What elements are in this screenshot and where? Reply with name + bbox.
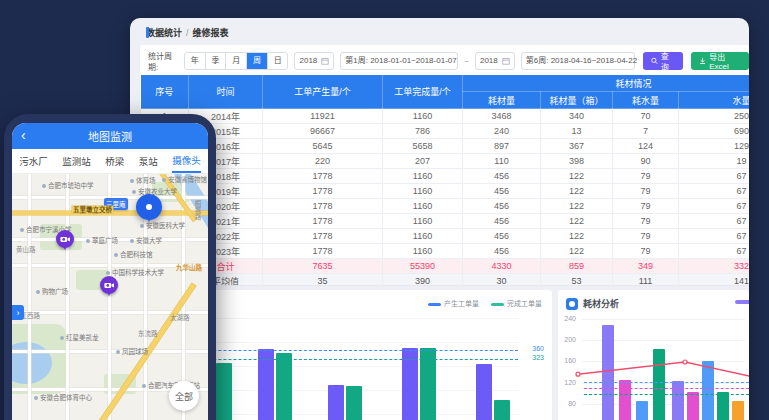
table-row: 22015年96667786240137690	[141, 124, 750, 139]
back-icon[interactable]: ‹	[21, 127, 26, 143]
period-option[interactable]: 月	[226, 53, 247, 69]
table-row: 52018年177811604561227967	[141, 169, 750, 184]
expand-icon[interactable]: ›	[12, 305, 24, 320]
table-cell: 110	[463, 154, 541, 169]
table-cell: 690	[679, 124, 750, 139]
table-cell: 53	[541, 274, 613, 286]
export-excel-button[interactable]: 导出Excel	[691, 52, 749, 70]
table-row: 平均值353903053111141	[141, 274, 750, 286]
report-table-body: 12014年11921116034683407025022015年9666778…	[141, 109, 750, 286]
table-row: 62019年177811604561227967	[141, 184, 750, 199]
material-bar[interactable]	[636, 401, 648, 420]
table-cell: 11921	[263, 109, 383, 124]
year-to-select[interactable]: 2018	[475, 52, 515, 70]
map-label: 翠庭广场	[86, 237, 118, 244]
material-bar[interactable]	[602, 325, 614, 420]
table-cell: 55390	[383, 259, 463, 274]
material-bar[interactable]	[672, 381, 684, 420]
workorder-bar[interactable]	[216, 363, 232, 420]
phone-title: 地图监测	[88, 128, 132, 144]
table-cell: 340	[541, 109, 613, 124]
table-cell: 67	[679, 184, 750, 199]
table-cell: 1160	[383, 169, 463, 184]
map-label: 中国科学技术大学	[106, 269, 164, 276]
material-bar[interactable]	[687, 392, 699, 420]
year-from-select[interactable]: 2018	[294, 52, 334, 70]
table-cell: 3468	[463, 109, 541, 124]
table-cell: 79	[613, 169, 679, 184]
map-all-button[interactable]: 全部	[169, 381, 199, 411]
y-axis-tick: 160	[560, 357, 576, 364]
map-label: 安徽农业大学	[132, 188, 177, 195]
table-cell: 124	[613, 139, 679, 154]
phone-tab[interactable]: 污水厂	[19, 150, 48, 172]
workorder-bar[interactable]	[494, 400, 510, 420]
reference-line	[584, 388, 749, 389]
phone-tab[interactable]: 泵站	[139, 150, 158, 172]
period-option[interactable]: 年	[185, 53, 206, 69]
phone-tab[interactable]: 摄像头	[172, 149, 201, 173]
material-bar[interactable]	[653, 349, 665, 420]
workorder-bar[interactable]	[476, 364, 492, 420]
sub-col-header: 耗水量	[613, 92, 679, 109]
workorder-bar[interactable]	[346, 386, 362, 420]
filter-bar: 统计周期: 年季月周日 2018 第1周: 2018-01-01~2018-01…	[146, 51, 749, 71]
screenshot-stage: 数据统计 / 维修报表 统计周期: 年季月周日 2018 第1周: 2018-0…	[0, 0, 769, 420]
report-card: 统计周期: 年季月周日 2018 第1周: 2018-01-01~2018-01…	[140, 45, 749, 285]
table-row: 102023年177811604561227967	[141, 244, 750, 259]
reference-line	[584, 394, 749, 395]
workorder-bar[interactable]	[276, 353, 292, 420]
map-label: 安徽省博物馆	[162, 176, 207, 183]
phone-mockup: ‹ 地图监测 污水厂监测站桥梁泵站摄像头	[4, 114, 216, 420]
reference-line-label: 323	[532, 354, 544, 361]
period-option[interactable]: 周	[247, 53, 268, 69]
period-option[interactable]: 日	[268, 53, 288, 69]
table-row: 42017年2202071103989019	[141, 154, 750, 169]
range-separator: ~	[464, 57, 469, 66]
table-cell: 4330	[463, 259, 541, 274]
table-cell: 456	[463, 214, 541, 229]
material-bar[interactable]	[702, 361, 714, 420]
phone-tab[interactable]: 桥梁	[105, 150, 124, 172]
table-cell: 456	[463, 184, 541, 199]
search-icon	[651, 57, 658, 65]
material-bar[interactable]	[732, 401, 744, 420]
period-option[interactable]: 季	[206, 53, 227, 69]
table-cell: 1160	[383, 244, 463, 259]
workorder-bar[interactable]	[328, 385, 344, 420]
table-cell: 79	[613, 199, 679, 214]
camera-marker[interactable]	[56, 230, 74, 248]
table-cell: 35	[263, 274, 383, 286]
map-label: 合肥市琥珀中学	[42, 182, 94, 189]
col-header: 工单完成量/个	[383, 75, 463, 109]
week-to-input[interactable]: 第6周: 2018-04-16~2018-04-22	[521, 52, 635, 70]
breadcrumb-separator: /	[186, 28, 189, 38]
selected-location-marker[interactable]	[136, 194, 162, 220]
material-chart-card: 耗材分析 2402001601208040	[558, 290, 749, 420]
table-cell: 250	[679, 109, 750, 124]
table-cell: 67	[679, 244, 750, 259]
breadcrumb-page: 维修报表	[193, 26, 229, 39]
table-cell: 367	[541, 139, 613, 154]
table-cell: 456	[463, 199, 541, 214]
phone-header: ‹ 地图监测	[12, 123, 208, 149]
table-cell: 7	[613, 124, 679, 139]
map-label: 购物广场	[36, 288, 68, 295]
table-cell: 456	[463, 244, 541, 259]
week-from-input[interactable]: 第1周: 2018-01-01~2018-01-07	[340, 52, 458, 70]
calendar-icon	[321, 57, 329, 65]
search-button[interactable]: 查询	[643, 52, 683, 70]
table-cell: 897	[463, 139, 541, 154]
material-bar[interactable]	[717, 392, 729, 420]
table-cell: 456	[463, 169, 541, 184]
material-bar[interactable]	[619, 380, 631, 420]
camera-marker[interactable]	[100, 276, 118, 294]
table-cell: 349	[613, 259, 679, 274]
table-cell: 390	[383, 274, 463, 286]
phone-tab[interactable]: 监测站	[62, 150, 91, 172]
table-row: 82021年177811604561227967	[141, 214, 750, 229]
map-label: 黄山路	[16, 246, 36, 253]
phone-tab-bar: 污水厂监测站桥梁泵站摄像头	[12, 149, 208, 174]
breadcrumb-section[interactable]: 数据统计	[146, 26, 182, 39]
table-cell: 240	[463, 124, 541, 139]
